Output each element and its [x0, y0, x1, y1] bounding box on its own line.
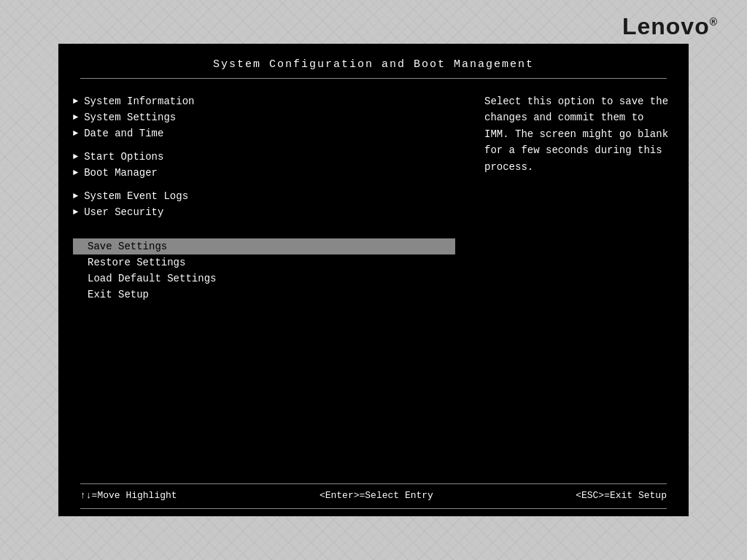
- footer-keys: ↑↓=Move Highlight <Enter>=Select Entry <…: [80, 490, 667, 508]
- menu-item-system-settings[interactable]: ► System Settings: [73, 109, 455, 125]
- menu-section: ► System Information ► System Settings ►…: [58, 93, 470, 476]
- menu-item-label: Start Options: [84, 151, 163, 163]
- footer-divider-top: [80, 483, 667, 484]
- lenovo-logo: Lenovo®: [622, 13, 718, 40]
- bios-window: System Configuration and Boot Management…: [58, 44, 689, 516]
- menu-item-label: Date and Time: [84, 128, 163, 139]
- menu-item-event-logs[interactable]: ► System Event Logs: [73, 188, 455, 204]
- arrow-icon: ►: [73, 191, 78, 201]
- arrow-icon: ►: [73, 112, 78, 122]
- action-exit-setup[interactable]: Exit Setup: [73, 287, 455, 303]
- action-group: Save Settings Restore Settings Load Defa…: [73, 238, 455, 303]
- menu-item-label: Boot Manager: [84, 167, 158, 179]
- footer-key-move: ↑↓=Move Highlight: [80, 490, 177, 501]
- menu-item-label: System Event Logs: [84, 190, 188, 202]
- action-save-settings[interactable]: Save Settings: [73, 238, 455, 254]
- menu-group-1: ► System Information ► System Settings ►…: [73, 93, 455, 141]
- bios-title-area: System Configuration and Boot Management: [58, 44, 689, 86]
- action-load-default[interactable]: Load Default Settings: [73, 271, 455, 287]
- action-restore-settings[interactable]: Restore Settings: [73, 254, 455, 271]
- description-text: Select this option to save the changes a…: [484, 96, 668, 173]
- arrow-icon: ►: [73, 152, 78, 162]
- menu-item-start-options[interactable]: ► Start Options: [73, 149, 455, 165]
- arrow-icon: ►: [73, 128, 78, 139]
- arrow-icon: ►: [73, 96, 78, 106]
- bios-content: ► System Information ► System Settings ►…: [58, 86, 689, 483]
- brand-name: Lenovo: [622, 13, 710, 39]
- footer-key-enter: <Enter>=Select Entry: [320, 490, 433, 501]
- footer-key-esc: <ESC>=Exit Setup: [576, 490, 667, 501]
- title-divider: [80, 78, 667, 79]
- description-section: Select this option to save the changes a…: [470, 93, 689, 476]
- arrow-icon: ►: [73, 207, 78, 217]
- menu-item-label: System Settings: [84, 112, 176, 123]
- menu-group-2: ► Start Options ► Boot Manager: [73, 149, 455, 181]
- arrow-icon: ►: [73, 168, 78, 178]
- menu-item-label: User Security: [84, 206, 163, 218]
- menu-group-3: ► System Event Logs ► User Security: [73, 188, 455, 220]
- footer-divider-bottom: [80, 508, 667, 509]
- bios-footer: ↑↓=Move Highlight <Enter>=Select Entry <…: [58, 483, 689, 516]
- menu-item-user-security[interactable]: ► User Security: [73, 204, 455, 220]
- bios-title: System Configuration and Boot Management: [80, 58, 667, 78]
- menu-item-system-information[interactable]: ► System Information: [73, 93, 455, 109]
- brand-symbol: ®: [710, 16, 718, 28]
- menu-item-label: System Information: [84, 96, 194, 107]
- menu-item-date-time[interactable]: ► Date and Time: [73, 125, 455, 141]
- menu-item-boot-manager[interactable]: ► Boot Manager: [73, 165, 455, 181]
